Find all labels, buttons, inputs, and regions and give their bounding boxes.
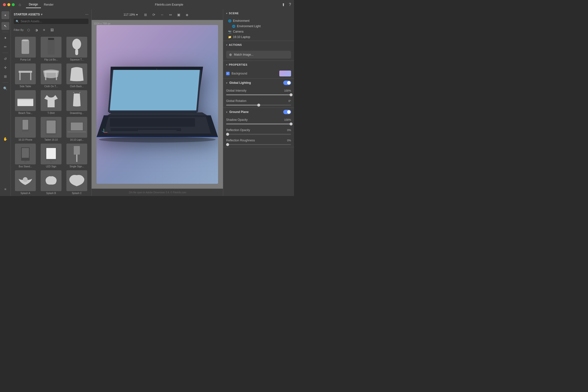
asset-name-single-sign: Single Sign... [66,165,87,168]
laptop-container [96,25,218,184]
frame-tool[interactable]: ▣ [175,11,183,18]
search-input[interactable] [20,20,86,23]
assets-more-button[interactable]: ··· [85,12,88,17]
select-tool[interactable]: ↖ [2,22,9,30]
filter-label: Filter By [14,28,24,31]
background-checkbox[interactable]: ✓ [226,72,230,75]
scale-tool[interactable]: ⊞ [2,72,9,80]
canvas-footer-text: .DN file open in Adobe Dimension 3.4. © … [128,191,186,194]
reflection-opacity-thumb[interactable] [226,133,229,136]
filter-light-icon[interactable]: ☀ [41,27,47,33]
asset-item-splash-b[interactable]: Splash B [38,169,64,196]
maximize-button[interactable] [12,3,15,6]
shadow-opacity-label: Shadow Opacity [226,118,282,122]
asset-item-side-table[interactable]: Side Table [13,62,38,89]
asset-thumb-led-sign [41,144,62,164]
global-lighting-toggle[interactable] [283,80,291,85]
asset-item-splash-a[interactable]: Splash A [13,169,38,196]
asset-name-cloth-back: Cloth Back... [66,85,87,88]
paint-tool[interactable]: ✏ [2,43,9,51]
asset-name-phone: 16:10 Phone [15,138,36,141]
laptop-folder-icon: 📁 [228,36,232,39]
reflection-opacity-slider[interactable] [226,134,291,135]
asset-item-beach-towel[interactable]: Beach Tow... [13,89,38,116]
tree-item-laptop[interactable]: 📁 16:10 Laptop [223,34,294,40]
asset-item-cloth-on[interactable]: Cloth On T... [38,62,64,89]
zoom-control[interactable]: 117.19% ▾ [124,13,138,16]
asset-thumb-cloth-back [66,64,87,84]
rotate-tool[interactable]: ↺ [2,55,9,63]
asset-item-laptop-sm[interactable]: 16:10 Lapt... [64,116,90,142]
shadow-opacity-row: Shadow Opacity 100% [223,116,294,124]
asset-item-tshirt[interactable]: T-Shirt [38,89,64,116]
svg-rect-30 [50,161,52,163]
reflection-roughness-label: Reflection Roughness [226,139,285,142]
tree-item-environment-light[interactable]: 🌐 Environment Light [223,24,294,29]
global-intensity-thumb[interactable] [290,93,292,96]
global-intensity-value: 100% [284,89,291,92]
svg-rect-29 [46,148,56,159]
zoom-tool[interactable]: 🔍 [2,84,9,92]
tree-item-environment[interactable]: 🌐 Environment [223,18,294,24]
actions-header[interactable]: ▾ ACTIONS [223,41,294,49]
tab-design[interactable]: Design [26,1,41,8]
properties-header[interactable]: ▾ PROPERTIES [223,61,294,68]
reflection-roughness-thumb[interactable] [226,143,229,146]
shadow-opacity-thumb[interactable] [290,122,292,126]
filter-3d-icon[interactable]: ⬡ [26,27,31,33]
shadow-opacity-slider-container [223,124,294,126]
add-tool[interactable]: + [2,11,9,19]
asset-item-splash-c[interactable]: Splash C [64,169,90,196]
grid-view-tool[interactable]: ⊞ [142,11,150,18]
home-icon[interactable]: ⌂ [18,2,21,7]
asset-item-cloth-back[interactable]: Cloth Back... [64,62,90,89]
dolly-tool[interactable]: ⇔ [166,11,174,18]
minimize-button[interactable] [7,3,10,6]
asset-item-phone[interactable]: 16:10 Phone [13,116,38,142]
svg-line-15 [73,92,75,94]
asset-item-bus-stand[interactable]: Bus Stand... [13,142,38,169]
asset-item-led-sign[interactable]: LED Sign [38,142,64,169]
canvas-viewport[interactable]: 1024 x 768 px [92,20,223,189]
filter-image-icon[interactable]: 🖼 [49,27,55,33]
layers-tool[interactable]: ≡ [2,185,9,194]
render-tool[interactable]: ◈ [183,11,191,18]
global-rotation-slider[interactable] [226,104,291,106]
orbit-tool[interactable]: ⟳ [150,11,158,18]
ground-plane-toggle[interactable] [283,110,291,114]
asset-item-flip-lid[interactable]: Flip Lid Bo... [38,36,64,62]
pan-tool[interactable]: ↔ [158,11,166,18]
shadow-opacity-slider[interactable] [226,124,291,124]
match-image-label: Match Image... [234,53,253,56]
view-tools: ⊞ ⟳ ↔ ⇔ ▣ ◈ [142,11,191,18]
scene-header[interactable]: ▾ SCENE [223,9,294,17]
tab-render[interactable]: Render [41,2,56,8]
reflection-roughness-slider[interactable] [226,144,291,145]
close-button[interactable] [3,3,6,6]
global-rotation-thumb[interactable] [257,104,260,106]
reflection-opacity-row: Reflection Opacity 0% [223,126,294,134]
svg-point-5 [72,39,81,50]
filter-material-icon[interactable]: ◑ [33,27,39,33]
scene-title: SCENE [229,12,291,15]
asset-thumb-squeeze [66,37,87,58]
magic-tool[interactable]: ✦ [2,34,9,42]
move-tool[interactable]: ✛ [2,64,9,72]
background-color-swatch[interactable] [279,70,291,76]
reflection-roughness-row: Reflection Roughness 0% [223,137,294,144]
tree-item-camera[interactable]: 📷 Camera [223,29,294,34]
hand-tool[interactable]: ✋ [2,135,9,143]
asset-item-tablet[interactable]: Tablet 16:10 [38,116,64,142]
asset-item-pump-lid[interactable]: Pump Lid [13,36,38,62]
svg-rect-1 [22,40,29,54]
properties-section: ▾ PROPERTIES ✓ Background ▾ Global Light… [223,61,294,147]
help-icon[interactable]: ? [289,2,291,7]
asset-item-single-sign[interactable]: Single Sign... [64,142,90,169]
global-intensity-track [226,94,291,95]
asset-item-drawstring[interactable]: Drawstring... [64,89,90,116]
match-image-button[interactable]: ⊕ Match Image... [226,51,291,58]
share-icon[interactable]: ⬆ [282,2,285,7]
global-intensity-slider[interactable] [226,94,291,95]
asset-item-squeeze[interactable]: Squeeze T... [64,36,90,62]
zoom-chevron-icon: ▾ [136,13,138,16]
